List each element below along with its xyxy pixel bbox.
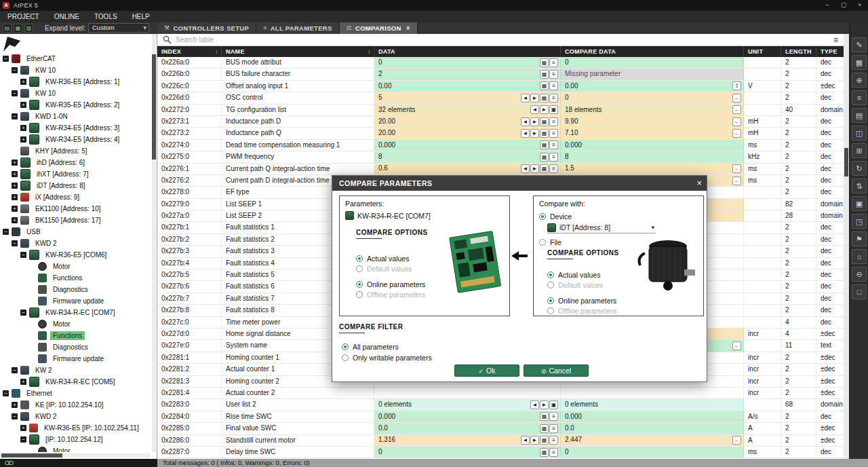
home-icon[interactable]: ⌂ <box>852 249 867 264</box>
menu-icon[interactable]: ≡ <box>549 164 558 173</box>
panel-layout-2-button[interactable]: ▦ <box>14 24 22 33</box>
columns-icon[interactable]: ◫ <box>852 126 867 141</box>
table-vertical-scrollbar[interactable] <box>844 34 849 459</box>
column-header-compare-data[interactable]: COMPARE DATA <box>561 46 744 57</box>
table-row[interactable]: 0x2273:2Inductance path Q20.00◄►▦≡7.10←m… <box>157 128 844 139</box>
tab-comparison[interactable]: ⚖COMPARISON× <box>340 22 418 34</box>
panel-layout-3-button[interactable]: ▥ <box>24 24 33 33</box>
tree-item[interactable]: +KW-R36-E5 [IP: 10.102.254.11] <box>0 422 151 434</box>
expand-toggle[interactable]: + <box>12 183 18 189</box>
table-search-row[interactable]: Search table ≡ <box>157 34 844 46</box>
table-row[interactable]: 0x226c:0Offset analog input 10.00▦≡0.00⇧… <box>157 81 844 92</box>
menu-icon[interactable]: ≡ <box>549 81 558 90</box>
tree-item[interactable]: +BK1150 [Address: 17] <box>0 214 151 226</box>
radio-offline-parameters[interactable]: Offline parameters <box>356 289 425 299</box>
table-icon[interactable]: ▤ <box>852 108 867 123</box>
tree-item[interactable]: Firmware update <box>0 295 151 307</box>
tree-item[interactable]: −KWD 2 <box>0 238 151 249</box>
table-row[interactable]: 0x2281:4Actual counter 2incr2±dec <box>157 388 844 399</box>
save-icon[interactable]: ▦ <box>540 94 549 102</box>
left-icon[interactable]: ◄ <box>530 105 539 114</box>
expand-toggle[interactable]: − <box>12 90 18 96</box>
expand-toggle[interactable]: − <box>12 67 18 73</box>
tree-item[interactable]: +KW-R34-R-EC [COM5] <box>0 376 151 388</box>
radio-online-parameters[interactable]: Online parameters <box>356 279 425 289</box>
table-row[interactable]: 0x2272:0TG configuration list32 elements… <box>157 105 844 116</box>
tree-item[interactable]: −KW-R36-E5 [COM6] <box>0 249 151 261</box>
close-button[interactable]: × <box>852 0 868 11</box>
menu-icon[interactable]: ≡ <box>549 412 558 421</box>
radio-actual-values[interactable]: Actual values <box>356 253 425 263</box>
menu-icon[interactable]: ≡ <box>549 58 558 67</box>
flag-icon[interactable]: ⚑ <box>852 231 867 246</box>
tree-item[interactable]: +KW-R34-E5 [Address: 3] <box>0 122 151 134</box>
minimize-button[interactable]: – <box>819 0 835 11</box>
tree-item[interactable]: +iX [Address: 9] <box>0 191 151 203</box>
expand-toggle[interactable]: + <box>12 171 18 177</box>
list-icon[interactable]: ≡ <box>852 90 867 105</box>
copy-icon[interactable]: ← <box>732 164 741 173</box>
dialog-close-icon[interactable]: × <box>696 176 702 191</box>
table-row[interactable]: 0x226b:0BUS failure character2▦≡Missing … <box>157 69 844 80</box>
tree-item[interactable]: Firmware update <box>0 353 151 365</box>
expand-toggle[interactable]: + <box>12 160 18 166</box>
ok-button[interactable]: ✓Ok <box>454 365 519 377</box>
expand-icon[interactable]: ⊞ <box>852 143 867 158</box>
menu-icon[interactable]: ≡ <box>549 94 558 102</box>
expand-toggle[interactable]: + <box>20 425 26 431</box>
expand-toggle[interactable]: + <box>12 206 18 212</box>
expand-toggle[interactable]: − <box>20 310 26 316</box>
expand-toggle[interactable]: + <box>12 194 18 200</box>
remove-icon[interactable]: ⊖ <box>852 267 867 282</box>
expand-toggle[interactable]: − <box>12 413 18 419</box>
column-header-unit[interactable]: UNIT <box>744 46 781 57</box>
right-icon[interactable]: ► <box>530 117 539 126</box>
cancel-button[interactable]: ⊘Cancel <box>524 365 589 377</box>
expand-toggle[interactable]: + <box>20 379 26 385</box>
tree-item[interactable]: +KW-R34-E5 [Address: 4] <box>0 134 151 145</box>
save-icon[interactable]: ▦ <box>540 412 549 421</box>
expand-toggle[interactable]: + <box>20 79 26 85</box>
right-icon[interactable]: ► <box>530 164 539 173</box>
save-icon[interactable]: ▦ <box>540 436 549 445</box>
tree-item[interactable]: −EtherCAT <box>0 53 151 64</box>
menu-icon[interactable]: ≡ <box>549 129 558 138</box>
tab-controllers-setup[interactable]: ⚒CONTROLLERS SETUP <box>157 22 256 34</box>
save-icon[interactable]: ▦ <box>540 70 549 79</box>
close-tab-icon[interactable]: × <box>406 22 410 34</box>
table-row[interactable]: 0x2285:0Final value SWC0.0▦≡0.0A2±dec <box>157 423 844 434</box>
expand-toggle[interactable]: − <box>3 229 9 235</box>
tree-item[interactable]: +ihXT [Address: 7] <box>0 168 151 180</box>
menu-icon[interactable]: ≡ <box>549 424 558 433</box>
menu-icon[interactable]: ≡ <box>549 70 558 79</box>
tree-item[interactable]: Functions <box>0 272 151 284</box>
menu-icon[interactable]: ≡ <box>549 153 558 162</box>
save-icon[interactable]: ▦ <box>852 55 867 70</box>
copy-icon[interactable]: ← <box>732 176 741 185</box>
box-icon[interactable]: □ <box>852 284 867 299</box>
column-header-data[interactable]: DATA <box>374 46 561 57</box>
tree-item[interactable]: +ihD [Address: 6] <box>0 157 151 168</box>
expand-toggle[interactable]: − <box>3 56 9 62</box>
right-icon[interactable]: ► <box>540 400 549 409</box>
radio-device[interactable]: Device <box>539 211 572 221</box>
save-icon[interactable]: ▦ <box>540 164 549 173</box>
tree-item[interactable]: +KE [IP: 10.102.254.10] <box>0 399 151 411</box>
left-icon[interactable]: ◄ <box>521 94 530 102</box>
tree-item[interactable]: +KW-R36-E5 [Address: 1] <box>0 76 151 88</box>
tree-item[interactable]: Functions <box>0 330 151 341</box>
table-row[interactable]: 0x2286:0Standstill current motor1.316◄►▦… <box>157 435 844 447</box>
radio-all-parameters[interactable]: All parameters <box>342 341 432 352</box>
folder-icon[interactable]: ▣ <box>549 105 558 114</box>
expand-toggle[interactable]: − <box>12 240 18 246</box>
menu-icon[interactable]: ≡ <box>549 448 558 457</box>
table-row[interactable]: 0x2274:0Dead time compensation measuring… <box>157 140 844 151</box>
tree-item[interactable]: +EK1100 [Address: 10] <box>0 203 151 214</box>
window-icon[interactable]: ◳ <box>852 214 867 229</box>
tree-item[interactable]: Diagnostics <box>0 284 151 295</box>
left-icon[interactable]: ◄ <box>521 164 530 173</box>
right-icon[interactable]: ► <box>530 94 539 102</box>
expand-toggle[interactable]: − <box>20 252 26 258</box>
grid-icon[interactable]: ▣ <box>852 196 867 211</box>
menu-item-tools[interactable]: TOOLS <box>87 11 125 22</box>
